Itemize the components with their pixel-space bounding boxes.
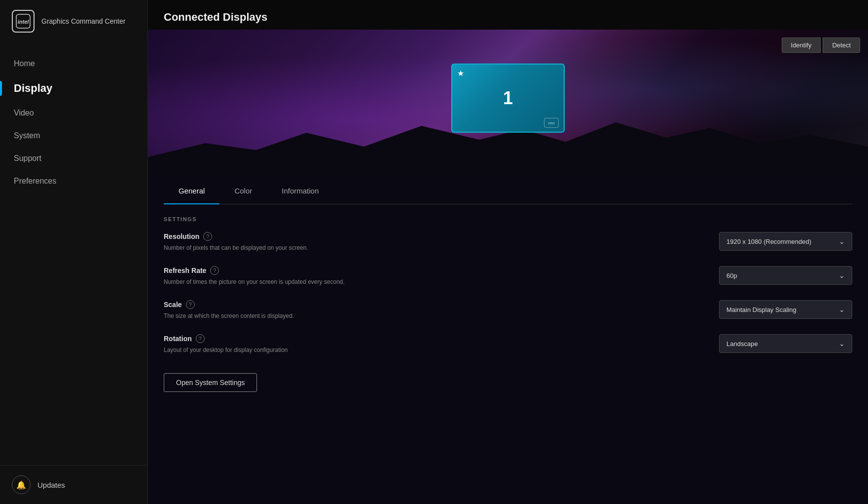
sidebar-item-label: Preferences — [14, 177, 56, 186]
bell-icon[interactable]: 🔔 — [12, 475, 31, 494]
rotation-dropdown[interactable]: Landscape ⌄ — [719, 334, 852, 353]
setting-row-scale: Scale ? The size at which the screen con… — [164, 300, 852, 320]
refresh-rate-value: 60p — [726, 272, 737, 279]
intel-logo: intel — [12, 10, 35, 33]
setting-title-resolution: Resolution — [164, 233, 199, 240]
settings-section-label: SETTINGS — [164, 216, 852, 222]
resolution-dropdown[interactable]: 1920 x 1080 (Recommended) ⌄ — [719, 232, 852, 251]
monitor-card-wrapper: ★ 1 intel — [451, 64, 565, 133]
sidebar-item-system[interactable]: System — [0, 124, 147, 147]
sidebar-item-video[interactable]: Video — [0, 102, 147, 124]
sidebar-item-display[interactable]: Display — [0, 75, 147, 102]
sidebar-nav: Home Display Video System Support Prefer… — [0, 42, 147, 465]
scale-value: Maintain Display Scaling — [726, 306, 796, 313]
sidebar-item-support[interactable]: Support — [0, 147, 147, 170]
setting-info-rotation: Rotation ? Layout of your desktop for di… — [164, 334, 410, 354]
setting-desc-scale: The size at which the screen content is … — [164, 312, 294, 319]
chevron-down-icon: ⌄ — [839, 271, 845, 279]
monitor-number: 1 — [503, 88, 513, 109]
setting-title-row-scale: Scale ? — [164, 300, 410, 309]
sidebar-item-label: Support — [14, 154, 41, 163]
setting-control-resolution: 1920 x 1080 (Recommended) ⌄ — [719, 232, 852, 251]
scale-help-icon[interactable]: ? — [186, 300, 195, 309]
rotation-value: Landscape — [726, 340, 758, 348]
display-action-buttons: Identify Detect — [782, 38, 861, 53]
refresh-rate-help-icon[interactable]: ? — [210, 266, 219, 275]
app-title: Graphics Command Center — [41, 17, 125, 25]
tabs-row: General Color Information — [164, 178, 852, 204]
sidebar-footer: 🔔 Updates — [0, 465, 147, 504]
setting-info-scale: Scale ? The size at which the screen con… — [164, 300, 410, 320]
scale-dropdown[interactable]: Maintain Display Scaling ⌄ — [719, 300, 852, 319]
tab-color[interactable]: Color — [219, 178, 267, 204]
setting-row-rotation: Rotation ? Layout of your desktop for di… — [164, 334, 852, 354]
sidebar-item-home[interactable]: Home — [0, 52, 147, 75]
active-indicator — [0, 81, 2, 96]
setting-info-resolution: Resolution ? Number of pixels that can b… — [164, 232, 410, 252]
setting-row-resolution: Resolution ? Number of pixels that can b… — [164, 232, 852, 252]
sidebar-header: intel Graphics Command Center — [0, 0, 147, 42]
sidebar-item-label: Display — [14, 82, 52, 95]
setting-title-refresh-rate: Refresh Rate — [164, 267, 206, 274]
refresh-rate-dropdown[interactable]: 60p ⌄ — [719, 266, 852, 285]
resolution-value: 1920 x 1080 (Recommended) — [726, 238, 811, 245]
setting-title-row-rotation: Rotation ? — [164, 334, 410, 343]
chevron-down-icon: ⌄ — [839, 237, 845, 245]
main-content: Connected Displays Identify Detect ★ 1 i… — [148, 0, 868, 504]
setting-title-scale: Scale — [164, 301, 182, 309]
monitor-star-icon: ★ — [457, 69, 464, 78]
tab-information[interactable]: Information — [267, 178, 333, 204]
detect-button[interactable]: Detect — [823, 38, 860, 53]
sidebar-item-label: System — [14, 131, 40, 140]
sidebar-item-preferences[interactable]: Preferences — [0, 170, 147, 193]
setting-title-rotation: Rotation — [164, 335, 192, 343]
svg-text:intel: intel — [18, 19, 30, 25]
setting-desc-refresh-rate: Number of times the picture on your scre… — [164, 278, 345, 285]
resolution-help-icon[interactable]: ? — [203, 232, 212, 241]
sidebar: intel Graphics Command Center Home Displ… — [0, 0, 148, 504]
monitor-card[interactable]: ★ 1 intel — [451, 64, 565, 133]
setting-desc-rotation: Layout of your desktop for display confi… — [164, 347, 288, 353]
chevron-down-icon: ⌄ — [839, 340, 845, 348]
open-system-settings-button[interactable]: Open System Settings — [164, 373, 257, 392]
display-canvas: Identify Detect ★ 1 intel — [148, 30, 868, 178]
sidebar-item-label: Video — [14, 109, 34, 117]
page-title: Connected Displays — [148, 0, 868, 30]
updates-label: Updates — [37, 481, 65, 489]
setting-control-refresh-rate: 60p ⌄ — [719, 266, 852, 285]
monitor-intel-badge: intel — [544, 118, 559, 128]
settings-panel: General Color Information SETTINGS Resol… — [148, 178, 868, 504]
rotation-help-icon[interactable]: ? — [196, 334, 205, 343]
setting-row-refresh-rate: Refresh Rate ? Number of times the pictu… — [164, 266, 852, 286]
tab-general[interactable]: General — [164, 178, 219, 204]
sidebar-item-label: Home — [14, 59, 35, 68]
setting-desc-resolution: Number of pixels that can be displayed o… — [164, 244, 308, 251]
setting-title-row-resolution: Resolution ? — [164, 232, 410, 241]
identify-button[interactable]: Identify — [782, 38, 821, 53]
setting-info-refresh-rate: Refresh Rate ? Number of times the pictu… — [164, 266, 410, 286]
setting-control-scale: Maintain Display Scaling ⌄ — [719, 300, 852, 319]
setting-title-row-refresh-rate: Refresh Rate ? — [164, 266, 410, 275]
setting-control-rotation: Landscape ⌄ — [719, 334, 852, 353]
chevron-down-icon: ⌄ — [839, 306, 845, 313]
